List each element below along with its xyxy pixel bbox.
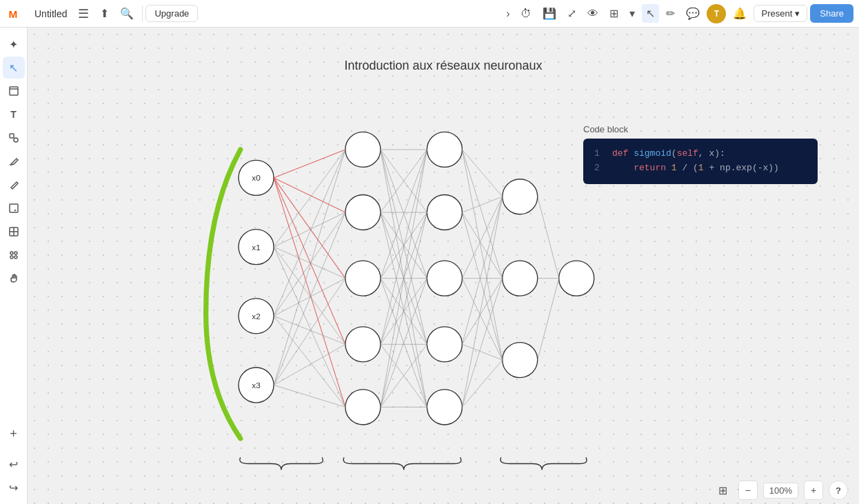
svg-line-95 bbox=[538, 196, 559, 278]
timer-icon[interactable]: ⏱ bbox=[516, 5, 536, 23]
svg-line-88 bbox=[462, 279, 502, 360]
upgrade-button[interactable]: Upgrade bbox=[145, 5, 198, 22]
svg-point-29 bbox=[427, 327, 462, 362]
svg-line-54 bbox=[274, 385, 345, 407]
divider bbox=[142, 6, 143, 22]
upload-button[interactable]: ⬆ bbox=[94, 4, 114, 23]
search-button[interactable]: 🔍 bbox=[114, 4, 139, 23]
svg-point-28 bbox=[427, 261, 462, 296]
svg-line-84 bbox=[462, 212, 502, 279]
select-tool-icon[interactable]: ↖ bbox=[642, 4, 659, 23]
svg-line-97 bbox=[538, 279, 559, 360]
svg-point-32 bbox=[503, 261, 538, 296]
present-button[interactable]: Present ▾ bbox=[754, 5, 807, 22]
svg-point-24 bbox=[345, 327, 381, 362]
svg-line-81 bbox=[462, 150, 502, 279]
svg-line-52 bbox=[274, 279, 345, 385]
zoom-out-button[interactable]: − bbox=[738, 481, 758, 500]
svg-point-11 bbox=[10, 256, 13, 259]
help-button[interactable]: ? bbox=[829, 481, 848, 500]
svg-line-91 bbox=[462, 344, 502, 360]
notification-icon[interactable]: 🔔 bbox=[729, 4, 751, 23]
svg-rect-3 bbox=[10, 134, 14, 138]
share-button[interactable]: Share bbox=[810, 4, 853, 23]
code-line-2: 2 return 1 / (1 + np.exp(-x)) bbox=[594, 161, 807, 176]
svg-point-26 bbox=[427, 132, 462, 167]
sticky-sidebar-button[interactable] bbox=[3, 197, 25, 219]
svg-point-23 bbox=[345, 261, 381, 296]
layout-icon[interactable]: ⊞ bbox=[605, 4, 623, 23]
svg-rect-1 bbox=[10, 87, 18, 95]
comment-tool-icon[interactable]: ✏ bbox=[662, 4, 679, 23]
ai-sidebar-button[interactable]: ✦ bbox=[3, 33, 25, 55]
svg-line-50 bbox=[274, 150, 345, 385]
svg-point-10 bbox=[14, 252, 17, 254]
svg-text:x0: x0 bbox=[252, 173, 261, 183]
svg-point-12 bbox=[14, 256, 17, 259]
svg-point-34 bbox=[559, 261, 594, 296]
svg-line-82 bbox=[462, 150, 502, 360]
svg-line-94 bbox=[462, 360, 502, 407]
menu-button[interactable]: ☰ bbox=[72, 3, 94, 24]
svg-point-27 bbox=[427, 194, 462, 230]
svg-point-25 bbox=[345, 390, 381, 425]
doc-title: Untitled bbox=[34, 8, 67, 19]
zoom-in-button[interactable]: + bbox=[804, 481, 823, 500]
svg-text:M: M bbox=[8, 8, 17, 19]
code-block[interactable]: 1 def sigmoid(self, x): 2 return 1 / (1 … bbox=[583, 139, 818, 184]
view-icon[interactable]: 👁 bbox=[583, 5, 603, 23]
svg-line-44 bbox=[274, 247, 345, 407]
add-sidebar-button[interactable]: + bbox=[3, 423, 25, 445]
svg-line-39 bbox=[274, 178, 345, 407]
svg-line-86 bbox=[462, 196, 502, 278]
text-sidebar-button[interactable]: T bbox=[3, 103, 25, 125]
svg-line-89 bbox=[462, 196, 502, 344]
svg-text:x2: x2 bbox=[252, 312, 261, 321]
marker-sidebar-button[interactable] bbox=[3, 174, 25, 196]
svg-line-93 bbox=[462, 279, 502, 407]
svg-rect-5 bbox=[10, 204, 18, 212]
zoom-level: 100% bbox=[763, 483, 798, 498]
undo-icon[interactable]: ↩ bbox=[3, 453, 25, 475]
svg-line-47 bbox=[274, 279, 345, 316]
svg-point-9 bbox=[10, 252, 13, 254]
chevron-down-icon[interactable]: ▾ bbox=[625, 4, 639, 23]
table-sidebar-button[interactable] bbox=[3, 221, 25, 243]
chat-icon[interactable]: 💬 bbox=[682, 4, 704, 23]
svg-line-51 bbox=[274, 212, 345, 385]
code-block-container: Code block 1 def sigmoid(self, x): 2 ret… bbox=[583, 124, 818, 184]
svg-line-90 bbox=[462, 279, 502, 345]
svg-point-31 bbox=[503, 179, 538, 214]
cursor-sidebar-button[interactable]: ↖ bbox=[3, 57, 25, 79]
code-line-1: 1 def sigmoid(self, x): bbox=[594, 147, 807, 161]
svg-line-83 bbox=[462, 196, 502, 212]
svg-line-85 bbox=[462, 212, 502, 360]
svg-text:x1: x1 bbox=[252, 243, 261, 252]
svg-line-36 bbox=[274, 178, 345, 212]
pen-sidebar-button[interactable] bbox=[3, 150, 25, 172]
svg-point-30 bbox=[427, 390, 462, 425]
svg-point-33 bbox=[503, 343, 538, 378]
svg-point-4 bbox=[14, 138, 18, 142]
chevron-down-icon: ▾ bbox=[795, 8, 800, 19]
redo-icon[interactable]: ↪ bbox=[3, 476, 25, 498]
frames-sidebar-button[interactable] bbox=[3, 80, 25, 102]
code-block-title: Code block bbox=[583, 124, 818, 134]
hand-sidebar-button[interactable] bbox=[3, 268, 25, 290]
shapes-sidebar-button[interactable] bbox=[3, 127, 25, 149]
save-icon[interactable]: 💾 bbox=[538, 4, 560, 23]
miro-logo[interactable]: M bbox=[0, 4, 34, 23]
svg-point-21 bbox=[345, 132, 381, 167]
more-button[interactable]: › bbox=[502, 5, 514, 23]
avatar[interactable]: T bbox=[707, 4, 726, 23]
fullscreen-icon[interactable]: ⤢ bbox=[563, 4, 580, 23]
svg-line-92 bbox=[462, 196, 502, 407]
apps-sidebar-button[interactable] bbox=[3, 244, 25, 266]
svg-line-80 bbox=[462, 150, 502, 196]
svg-text:x3: x3 bbox=[252, 381, 261, 390]
svg-line-41 bbox=[274, 212, 345, 247]
grid-settings-button[interactable]: ⊞ bbox=[714, 481, 733, 500]
svg-point-22 bbox=[345, 194, 381, 230]
